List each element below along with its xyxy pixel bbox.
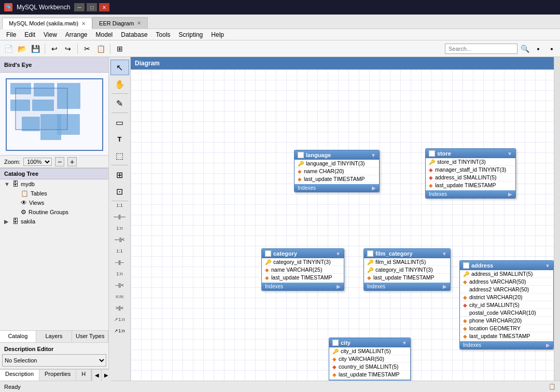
field-last-update: ◆ last_update TIMESTAMP bbox=[460, 332, 553, 340]
tree-node-sakila[interactable]: ▶ 🗄 sakila bbox=[0, 217, 108, 226]
tree-node-routine-groups[interactable]: ⚙ Routine Groups bbox=[0, 207, 108, 217]
close-button[interactable]: ✕ bbox=[99, 3, 109, 11]
zoom-in-button[interactable]: + bbox=[67, 157, 77, 166]
indexes-bar[interactable]: Indexes ▶ bbox=[460, 341, 553, 349]
indexes-bar[interactable]: Indexes ▶ bbox=[262, 283, 344, 290]
field-city-id: ◆ city_id SMALLINT(5) bbox=[460, 301, 553, 309]
rect-tool-button[interactable]: ▭ bbox=[110, 115, 129, 130]
sidebar-tab-user-types[interactable]: User Types bbox=[72, 331, 108, 342]
table-tool-button[interactable]: ⊞ bbox=[110, 167, 129, 183]
table-name: film_category bbox=[375, 250, 413, 257]
table-language[interactable]: ▦ language ▼ 🔑 language_id TINYINT(3) ◆ … bbox=[294, 150, 380, 192]
rel-11-tool-button[interactable]: —||— bbox=[110, 209, 129, 225]
nav-prev-button[interactable]: ◀ bbox=[92, 370, 101, 381]
toolbar-copy[interactable]: 📋 bbox=[94, 43, 107, 55]
toolbar-extra[interactable]: ⊞ bbox=[114, 43, 126, 55]
menu-help[interactable]: Help bbox=[207, 30, 228, 39]
menu-model[interactable]: Model bbox=[92, 30, 117, 39]
diagram-canvas[interactable]: ┤├ || || ╟ ▦ bbox=[131, 69, 554, 381]
routine-icon: ⚙ bbox=[21, 208, 26, 216]
field-name: name CHAR(20) bbox=[304, 168, 344, 174]
indexes-bar[interactable]: Indexes ▶ bbox=[295, 184, 379, 192]
table-film-category[interactable]: ▦ film_category ▼ 🔑 film_id SMALLINT(5) … bbox=[363, 248, 451, 291]
catalog-tree-label: Catalog Tree bbox=[4, 171, 38, 177]
indexes-bar[interactable]: Indexes ▶ bbox=[426, 190, 515, 198]
table-city[interactable]: ▦ city ▼ 🔑 city_id SMALLINT(5) ◆ city VA… bbox=[329, 338, 411, 381]
nn-icon: ◆ bbox=[463, 318, 467, 324]
edit-tool-button[interactable]: ✎ bbox=[110, 95, 129, 111]
menu-database[interactable]: Database bbox=[117, 30, 151, 39]
select-tool-button[interactable]: ↖ bbox=[110, 60, 129, 75]
rel-1nb-tool-button[interactable]: --||< bbox=[110, 277, 129, 293]
view-toggle-1[interactable]: ▪ bbox=[532, 43, 544, 55]
zoom-select[interactable]: 100% 75% 50% 150% bbox=[23, 158, 52, 166]
table-name: category bbox=[273, 250, 297, 257]
bottom-tab-description[interactable]: Description bbox=[0, 370, 39, 381]
sidebar-tabs: Catalog Layers User Types bbox=[0, 330, 108, 343]
expand-icon[interactable]: ▼ bbox=[335, 251, 341, 257]
maximize-button[interactable]: □ bbox=[87, 3, 97, 11]
toolbar-undo[interactable]: ↩ bbox=[48, 43, 61, 55]
text-tool-button[interactable]: T bbox=[110, 131, 129, 147]
menu-edit[interactable]: Edit bbox=[20, 30, 39, 39]
hand-tool-button[interactable]: ✋ bbox=[110, 76, 129, 92]
bottom-tab-h[interactable]: H bbox=[76, 370, 91, 381]
table-address[interactable]: ▦ address ▼ 🔑 address_id SMALLINT(5) ◆ a… bbox=[459, 260, 554, 349]
view-tool-button[interactable]: ⊡ bbox=[110, 184, 129, 199]
rel-nm-tool-button[interactable]: >||< bbox=[110, 300, 129, 316]
rel-label-nm: n:m bbox=[115, 293, 124, 300]
indexes-bar[interactable]: Indexes ▶ bbox=[364, 283, 450, 290]
zoom-out-button[interactable]: − bbox=[55, 157, 64, 166]
expand-icon[interactable]: ▼ bbox=[545, 263, 550, 269]
tree-node-views[interactable]: 👁 Views bbox=[0, 198, 108, 207]
tab-eer-close[interactable]: ✕ bbox=[137, 20, 141, 26]
right-sidebar-scroll[interactable] bbox=[554, 57, 560, 381]
nn-icon: ◆ bbox=[298, 176, 302, 182]
tool-palette: ↖ ✋ ✎ ▭ T ⬚ ⊞ ⊡ 1:1 —||— 1:n —||< 1:1 --… bbox=[109, 57, 131, 381]
expand-icon[interactable]: ▼ bbox=[371, 152, 376, 158]
sidebar-tab-catalog[interactable]: Catalog bbox=[0, 331, 36, 342]
sidebar-tab-layers[interactable]: Layers bbox=[36, 331, 73, 342]
rel-11b-tool-button[interactable]: --||-- bbox=[110, 255, 129, 270]
tab-eer[interactable]: EER Diagram ✕ bbox=[92, 17, 148, 29]
image-tool-button[interactable]: ⬚ bbox=[110, 148, 129, 163]
tab-model-close[interactable]: ✕ bbox=[81, 21, 86, 26]
field-address-id: 🔑 address_id SMALLINT(5) bbox=[460, 270, 553, 278]
rel-fk-tool-button[interactable]: ↗1:n bbox=[110, 323, 129, 339]
status-text: Ready bbox=[4, 384, 21, 390]
field-name: address2 VARCHAR(50) bbox=[469, 286, 529, 292]
expand-icon[interactable]: ▼ bbox=[402, 340, 407, 346]
toolbar-save[interactable]: 💾 bbox=[29, 43, 41, 55]
menu-view[interactable]: View bbox=[39, 30, 61, 39]
catalog-tree-header: Catalog Tree bbox=[0, 168, 108, 179]
menu-file[interactable]: File bbox=[2, 30, 20, 39]
toolbar-cut[interactable]: ✂ bbox=[81, 43, 93, 55]
indexes-bar[interactable]: Indexes ▶ bbox=[329, 380, 410, 381]
rel-1n-tool-button[interactable]: —||< bbox=[110, 232, 129, 247]
description-selection-dropdown[interactable]: No Selection bbox=[2, 354, 106, 367]
tree-node-mydb[interactable]: ▼ 🗄 mydb bbox=[0, 179, 108, 189]
view-toggle-2[interactable]: ▪ bbox=[545, 43, 558, 55]
menu-scripting[interactable]: Scripting bbox=[175, 30, 207, 39]
minimize-button[interactable]: ─ bbox=[74, 3, 85, 11]
search-button[interactable]: 🔍 bbox=[519, 43, 531, 55]
tab-model[interactable]: MySQL Model (sakila.mwb) ✕ bbox=[2, 18, 92, 29]
tree-tables-label: Tables bbox=[31, 190, 47, 197]
toolbar-redo[interactable]: ↪ bbox=[62, 43, 74, 55]
table-store[interactable]: ▦ store ▼ 🔑 store_id TINYINT(3) ◆ manage… bbox=[425, 148, 516, 199]
menu-tools[interactable]: Tools bbox=[152, 30, 175, 39]
toolbar-open[interactable]: 📂 bbox=[16, 43, 28, 55]
menu-arrange[interactable]: Arrange bbox=[61, 30, 92, 39]
right-scroll-area[interactable] bbox=[554, 57, 560, 381]
birds-eye-canvas bbox=[0, 73, 108, 156]
bottom-tab-properties[interactable]: Properties bbox=[39, 370, 76, 381]
search-input[interactable] bbox=[445, 44, 517, 54]
expand-icon[interactable]: ▼ bbox=[442, 251, 447, 257]
tree-node-tables[interactable]: 📋 Tables bbox=[0, 189, 108, 198]
pk-icon: 🔑 bbox=[367, 267, 373, 273]
table-category[interactable]: ▦ category ▼ 🔑 category_id TINYINT(3) ◆ … bbox=[261, 248, 344, 291]
toolbar-new[interactable]: 📄 bbox=[2, 43, 15, 55]
fk-icon: ◆ bbox=[332, 364, 337, 370]
field-city: ◆ city VARCHAR(50) bbox=[329, 355, 410, 363]
expand-icon[interactable]: ▼ bbox=[507, 151, 512, 157]
